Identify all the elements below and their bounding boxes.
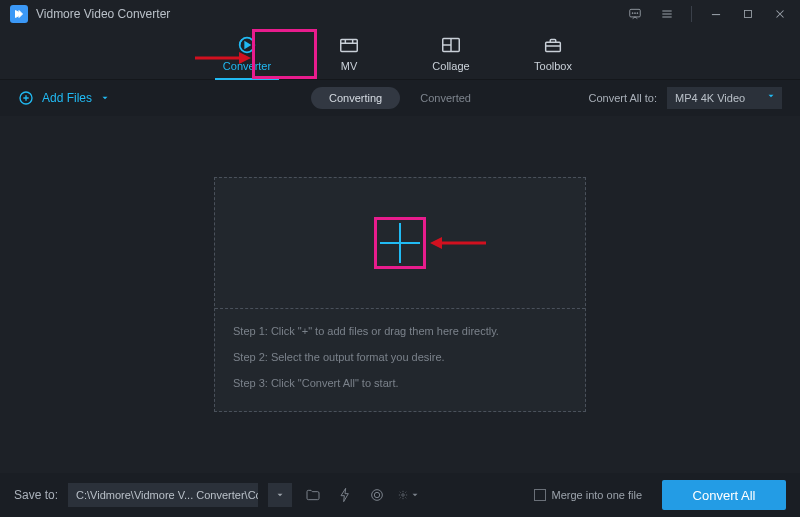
high-speed-button[interactable] (366, 484, 388, 506)
step-text: Step 3: Click "Convert All" to start. (233, 377, 567, 389)
merge-label: Merge into one file (552, 489, 643, 501)
chevron-down-icon (766, 91, 776, 103)
convert-all-label: Convert All (693, 488, 756, 503)
gpu-accel-button[interactable] (334, 484, 356, 506)
open-folder-button[interactable] (302, 484, 324, 506)
chevron-down-icon (275, 490, 285, 500)
add-files-label: Add Files (42, 91, 92, 105)
format-value: MP4 4K Video (675, 92, 745, 104)
mv-icon (338, 34, 360, 56)
svg-rect-4 (745, 11, 752, 18)
step-text: Step 1: Click "+" to add files or drag t… (233, 325, 567, 337)
step-text: Step 2: Select the output format you des… (233, 351, 567, 363)
status-tabs: Converting Converted (311, 87, 489, 109)
status-converting-tab[interactable]: Converting (311, 87, 400, 109)
tab-collage[interactable]: Collage (421, 28, 481, 79)
settings-button[interactable] (398, 484, 420, 506)
toolbox-icon (542, 34, 564, 56)
tab-mv[interactable]: MV (319, 28, 379, 79)
tab-label: Toolbox (534, 60, 572, 72)
maximize-icon[interactable] (736, 2, 760, 26)
save-path-field[interactable]: C:\Vidmore\Vidmore V... Converter\Conver… (68, 483, 258, 507)
svg-point-17 (372, 490, 383, 501)
path-dropdown-button[interactable] (268, 483, 292, 507)
svg-point-16 (374, 492, 379, 497)
dropzone-top (215, 178, 585, 308)
menu-icon[interactable] (655, 2, 679, 26)
add-files-button[interactable]: Add Files (18, 90, 110, 106)
checkbox-icon (534, 489, 546, 501)
app-title: Vidmore Video Converter (36, 7, 170, 21)
main-area: Step 1: Click "+" to add files or drag t… (0, 116, 800, 473)
sub-toolbar: Add Files Converting Converted Convert A… (0, 80, 800, 116)
save-to-label: Save to: (14, 488, 58, 502)
minimize-icon[interactable] (704, 2, 728, 26)
status-converted-tab[interactable]: Converted (402, 87, 489, 109)
instructions: Step 1: Click "+" to add files or drag t… (215, 309, 585, 411)
convert-all-button[interactable]: Convert All (662, 480, 786, 510)
svg-point-1 (632, 13, 633, 14)
svg-rect-8 (546, 42, 561, 51)
tab-label: Converter (223, 60, 271, 72)
tab-label: Collage (432, 60, 469, 72)
tab-label: MV (341, 60, 358, 72)
main-tabs: Converter MV Collage Toolbox (0, 28, 800, 80)
dropzone[interactable]: Step 1: Click "+" to add files or drag t… (214, 177, 586, 412)
converter-icon (236, 34, 258, 56)
tab-toolbox[interactable]: Toolbox (523, 28, 583, 79)
tab-converter[interactable]: Converter (217, 28, 277, 79)
bottom-toolbar: Save to: C:\Vidmore\Vidmore V... Convert… (0, 473, 800, 517)
feedback-icon[interactable] (623, 2, 647, 26)
large-plus-icon[interactable] (380, 223, 420, 263)
divider (691, 6, 692, 22)
svg-point-2 (635, 13, 636, 14)
chevron-down-icon (100, 93, 110, 103)
plus-circle-icon (18, 90, 34, 106)
collage-icon (440, 34, 462, 56)
svg-point-3 (637, 13, 638, 14)
close-icon[interactable] (768, 2, 792, 26)
svg-point-18 (402, 494, 405, 497)
svg-rect-6 (341, 40, 358, 52)
chevron-down-icon (410, 487, 420, 503)
title-bar: Vidmore Video Converter (0, 0, 800, 28)
annotation-arrow-icon (430, 233, 486, 253)
convert-all-to-label: Convert All to: (589, 92, 657, 104)
output-format-select[interactable]: MP4 4K Video (667, 87, 782, 109)
svg-marker-15 (430, 237, 442, 249)
logo-icon (10, 5, 28, 23)
merge-checkbox[interactable]: Merge into one file (534, 489, 643, 501)
